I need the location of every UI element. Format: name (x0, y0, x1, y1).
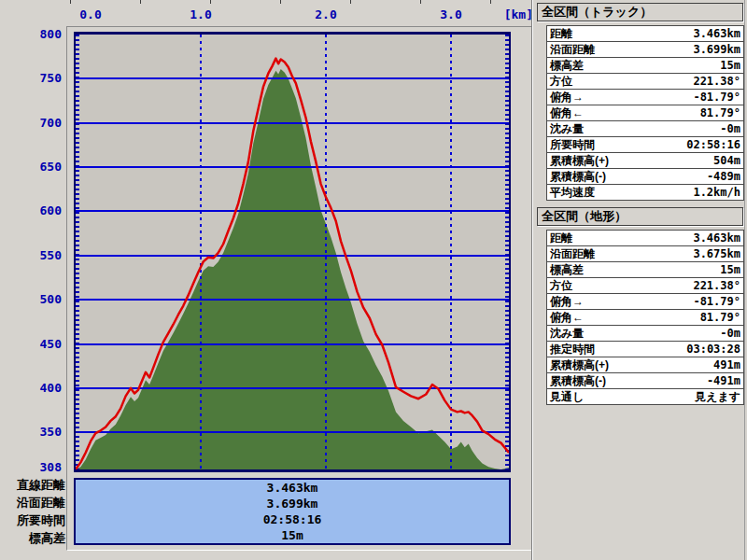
stat-label: 累積標高(+) (547, 357, 713, 372)
stat-row: 累積標高(-)-489m (546, 169, 744, 185)
stat-row: 沈み量-0m (546, 121, 744, 137)
summary-row-label: 所要時間 (0, 511, 65, 529)
summary-row-value: 3.463km (76, 481, 509, 497)
chart-panel: 3.463km3.699km02:58:1615m (66, 26, 532, 551)
stat-label: 平均速度 (547, 185, 693, 200)
stat-value: 1.2km/h (693, 185, 743, 200)
stat-value: -0m (720, 121, 743, 136)
stat-row: 累積標高(+)504m (546, 153, 744, 169)
ruler-tick (420, 0, 421, 4)
profile-plot-frame (74, 32, 511, 472)
summary-row-label: 沿面距離 (0, 494, 65, 511)
stat-row: 推定時間03:03:28 (546, 342, 744, 357)
x-axis-unit-label: [km] (492, 7, 533, 21)
stat-label: 俯角← (547, 105, 700, 120)
y-axis-tick-label: 600 (0, 203, 62, 218)
stat-label: 所要時間 (547, 137, 686, 152)
stat-label: 見通し (547, 389, 695, 404)
stat-value: 81.79° (700, 310, 743, 325)
y-axis-tick-label: 800 (0, 27, 62, 42)
elevation-profile-window: 0.01.02.03.0 [km] 8007507006506005505004… (0, 0, 747, 560)
stat-label: 距離 (547, 26, 693, 41)
stats-table-terrain: 距離3.463km沿面距離3.675km標高差15m方位221.38°俯角→-8… (546, 230, 744, 405)
stat-value: 15m (720, 58, 743, 73)
summary-row-value: 3.699km (76, 497, 509, 512)
stat-row: 見通し見えます (546, 389, 744, 405)
stat-value: -489m (707, 169, 743, 184)
stat-label: 累積標高(+) (547, 153, 713, 168)
ruler-tick (70, 0, 71, 4)
summary-row-label: 標高差 (0, 529, 65, 547)
stat-value: -0m (720, 326, 743, 341)
summary-box: 3.463km3.699km02:58:1615m (74, 478, 511, 545)
stat-row: 方位221.38° (546, 74, 744, 90)
stat-row: 俯角→-81.79° (546, 294, 744, 310)
y-axis-min-label: 308 (0, 460, 62, 474)
stat-label: 俯角← (547, 310, 700, 325)
stat-row: 俯角←81.79° (546, 105, 744, 121)
stat-label: 沈み量 (547, 326, 720, 341)
stat-row: 所要時間02:58:16 (546, 137, 744, 153)
y-axis-tick-label: 700 (0, 116, 62, 131)
y-axis-tick-label: 400 (0, 381, 62, 396)
stat-label: 累積標高(-) (547, 169, 707, 184)
stat-value: 03:03:28 (686, 342, 743, 357)
ruler-tick (490, 0, 491, 4)
stat-row: 標高差15m (546, 262, 744, 278)
ruler-tick (210, 0, 211, 4)
stat-row: 俯角←81.79° (546, 310, 744, 326)
stat-row: 距離3.463km (546, 231, 744, 246)
vertical-divider (531, 0, 533, 560)
stat-value: 3.463km (693, 26, 743, 41)
stats-panel-header-track: 全区間（トラック） (537, 3, 743, 21)
stat-value: 3.699km (693, 42, 743, 57)
stat-row: 沿面距離3.675km (546, 246, 744, 262)
stat-value: 02:58:16 (686, 137, 743, 152)
ruler-tick (350, 0, 351, 4)
elevation-profile-chart[interactable] (76, 35, 509, 469)
stat-row: 方位221.38° (546, 278, 744, 294)
stat-value: 221.38° (693, 74, 743, 89)
stat-label: 沿面距離 (547, 246, 693, 261)
y-axis-tick-label: 750 (0, 71, 62, 86)
stat-row: 平均速度1.2km/h (546, 185, 744, 201)
stat-label: 俯角→ (547, 90, 693, 105)
stat-row: 累積標高(-)-491m (546, 373, 744, 389)
stat-label: 標高差 (547, 262, 720, 277)
x-axis-tick-label: 1.0 (182, 7, 219, 21)
stat-value: 15m (720, 262, 743, 277)
x-axis-tick-label: 3.0 (432, 7, 470, 21)
stats-panel-header-terrain: 全区間（地形） (537, 207, 743, 226)
stat-label: 距離 (547, 231, 693, 245)
terrain-area (76, 69, 509, 469)
stat-label: 沈み量 (547, 121, 720, 136)
stat-value: 3.675km (693, 246, 743, 261)
stat-row: 沈み量-0m (546, 326, 744, 342)
summary-row-label: 直線距離 (0, 476, 65, 494)
summary-row-value: 02:58:16 (76, 512, 509, 528)
stat-value: 3.463km (693, 231, 743, 245)
stat-value: -491m (707, 373, 743, 388)
stat-value: 221.38° (693, 278, 743, 293)
stat-label: 標高差 (547, 58, 720, 73)
ruler-tick (140, 0, 141, 4)
stat-value: 491m (713, 357, 743, 372)
stat-value: 見えます (695, 389, 743, 404)
stat-row: 累積標高(+)491m (546, 357, 744, 373)
stat-value: -81.79° (693, 294, 743, 309)
y-axis-tick-label: 550 (0, 248, 62, 263)
stat-label: 方位 (547, 278, 693, 293)
x-axis-tick-label: 0.0 (72, 7, 109, 21)
stat-row: 沿面距離3.699km (546, 42, 744, 58)
ruler-tick (280, 0, 281, 4)
stat-value: 81.79° (700, 105, 743, 120)
stat-label: 沿面距離 (547, 42, 693, 57)
y-axis-tick-label: 350 (0, 425, 62, 440)
stat-row: 距離3.463km (546, 26, 744, 42)
stats-table-track: 距離3.463km沿面距離3.699km標高差15m方位221.38°俯角→-8… (546, 25, 744, 201)
stat-value: -81.79° (693, 90, 743, 105)
stat-label: 方位 (547, 74, 693, 89)
summary-row-value: 15m (76, 528, 509, 544)
stat-label: 累積標高(-) (547, 373, 707, 388)
stat-row: 標高差15m (546, 58, 744, 74)
